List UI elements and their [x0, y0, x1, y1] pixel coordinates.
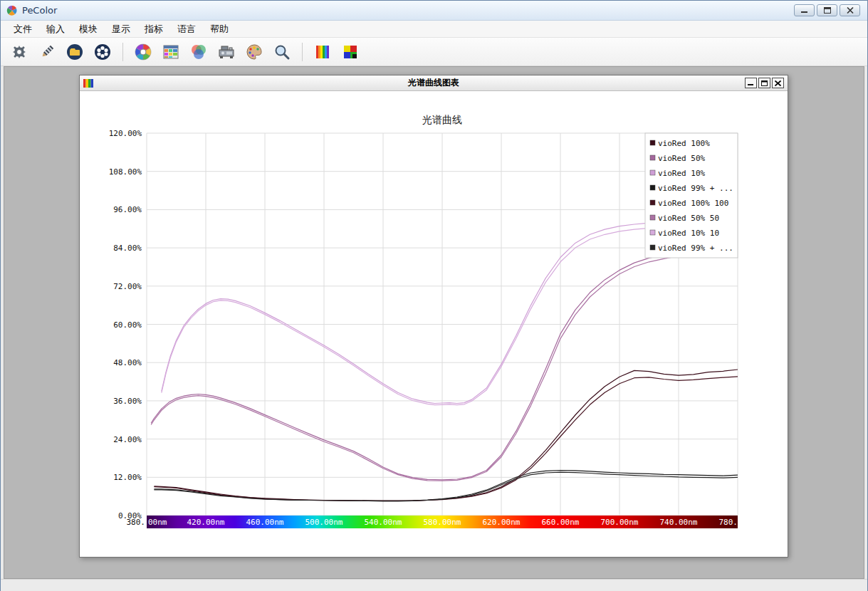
mdi-workspace: 光谱曲线图表 0.00%12.00%24.00%36.	[4, 66, 864, 579]
svg-text:vioRed 99% + ...: vioRed 99% + ...	[658, 184, 733, 193]
minimize-icon	[801, 7, 808, 14]
svg-text:96.00%: 96.00%	[113, 205, 142, 214]
folder-circle-icon[interactable]	[63, 41, 86, 63]
svg-text:620.00nm: 620.00nm	[483, 518, 521, 527]
svg-text:500.00nm: 500.00nm	[305, 518, 343, 527]
color-table-icon[interactable]	[160, 41, 182, 63]
maximize-icon	[824, 7, 831, 14]
child-titlebar[interactable]: 光谱曲线图表	[80, 75, 788, 91]
svg-text:84.00%: 84.00%	[113, 244, 142, 253]
menu-item-input[interactable]: 输入	[39, 21, 72, 38]
svg-text:72.00%: 72.00%	[113, 282, 142, 291]
svg-text:740.00nm: 740.00nm	[660, 518, 698, 527]
child-minimize-icon	[748, 80, 754, 86]
svg-text:700.00nm: 700.00nm	[601, 518, 639, 527]
minimize-button[interactable]	[794, 4, 815, 16]
svg-text:vioRed 10%: vioRed 10%	[658, 169, 706, 178]
venn-circles-icon[interactable]	[187, 41, 210, 63]
settings-gear-icon[interactable]	[8, 41, 31, 63]
spectrum-bars-icon[interactable]	[311, 41, 334, 63]
titlebar[interactable]: PeColor	[1, 1, 867, 21]
svg-text:120.00%: 120.00%	[109, 129, 142, 138]
color-squares-icon[interactable]	[339, 41, 362, 63]
app-window: PeColor 文件输入模块显示指标语言帮助	[0, 0, 868, 591]
svg-text:420.00nm: 420.00nm	[187, 518, 225, 527]
svg-text:780.00nm: 780.00nm	[719, 518, 757, 527]
workspace-frame: 光谱曲线图表 0.00%12.00%24.00%36.	[1, 66, 867, 579]
svg-text:vioRed 100% 100: vioRed 100% 100	[658, 199, 728, 208]
svg-text:36.00%: 36.00%	[113, 397, 142, 406]
window-title: PeColor	[22, 5, 57, 16]
app-logo-icon	[6, 5, 18, 16]
svg-text:光谱曲线: 光谱曲线	[422, 114, 462, 125]
svg-text:48.00%: 48.00%	[113, 358, 142, 367]
color-pen-icon[interactable]	[36, 41, 58, 63]
child-close-button[interactable]	[772, 78, 784, 88]
close-icon	[847, 7, 854, 14]
toolbar	[1, 38, 867, 66]
toolbar-separator	[122, 43, 123, 61]
svg-text:vioRed 99% + ...: vioRed 99% + ...	[658, 244, 733, 253]
svg-text:660.00nm: 660.00nm	[542, 518, 580, 527]
child-window-title: 光谱曲线图表	[80, 77, 788, 89]
svg-text:12.00%: 12.00%	[113, 473, 142, 482]
child-maximize-icon	[761, 80, 768, 86]
spectral-chart-window: 光谱曲线图表 0.00%12.00%24.00%36.	[79, 75, 788, 558]
window-controls	[794, 4, 862, 16]
close-button[interactable]	[840, 4, 860, 16]
menu-item-file[interactable]: 文件	[6, 21, 39, 38]
spectral-curves-chart: 0.00%12.00%24.00%36.00%48.00%60.00%72.00…	[80, 91, 788, 555]
menu-item-metrics[interactable]: 指标	[137, 21, 170, 38]
child-window-controls	[745, 78, 784, 88]
child-minimize-button[interactable]	[745, 78, 757, 88]
color-wheel-icon[interactable]	[132, 41, 155, 63]
menubar: 文件输入模块显示指标语言帮助	[1, 21, 867, 38]
palette-icon[interactable]	[243, 41, 266, 63]
svg-text:580.00nm: 580.00nm	[424, 518, 461, 527]
svg-text:540.00nm: 540.00nm	[365, 518, 402, 527]
menu-item-language[interactable]: 语言	[170, 21, 203, 38]
svg-text:108.00%: 108.00%	[109, 167, 142, 177]
svg-text:vioRed 100%: vioRed 100%	[658, 139, 710, 148]
svg-text:460.00nm: 460.00nm	[246, 518, 284, 527]
flower-circle-icon[interactable]	[91, 41, 114, 63]
magnifier-icon[interactable]	[271, 41, 293, 63]
svg-text:380.: 380.	[127, 518, 146, 527]
maximize-button[interactable]	[817, 4, 837, 16]
status-strip	[1, 579, 867, 591]
svg-text:24.00%: 24.00%	[113, 435, 142, 444]
menu-item-help[interactable]: 帮助	[203, 21, 236, 38]
menu-item-display[interactable]: 显示	[105, 21, 137, 38]
svg-text:60.00%: 60.00%	[113, 320, 142, 330]
svg-text:vioRed 50%: vioRed 50%	[658, 154, 706, 163]
menu-item-module[interactable]: 模块	[72, 21, 105, 38]
spectrum-mini-icon	[83, 79, 93, 88]
child-maximize-button[interactable]	[758, 78, 770, 88]
svg-text:00nm: 00nm	[148, 518, 167, 527]
machine-icon[interactable]	[215, 41, 238, 63]
chart-client-area: 0.00%12.00%24.00%36.00%48.00%60.00%72.00…	[80, 91, 788, 557]
svg-text:vioRed 50% 50: vioRed 50% 50	[658, 214, 719, 223]
child-close-icon	[775, 80, 781, 86]
svg-text:vioRed 10% 10: vioRed 10% 10	[658, 229, 719, 238]
toolbar-separator	[302, 43, 303, 61]
